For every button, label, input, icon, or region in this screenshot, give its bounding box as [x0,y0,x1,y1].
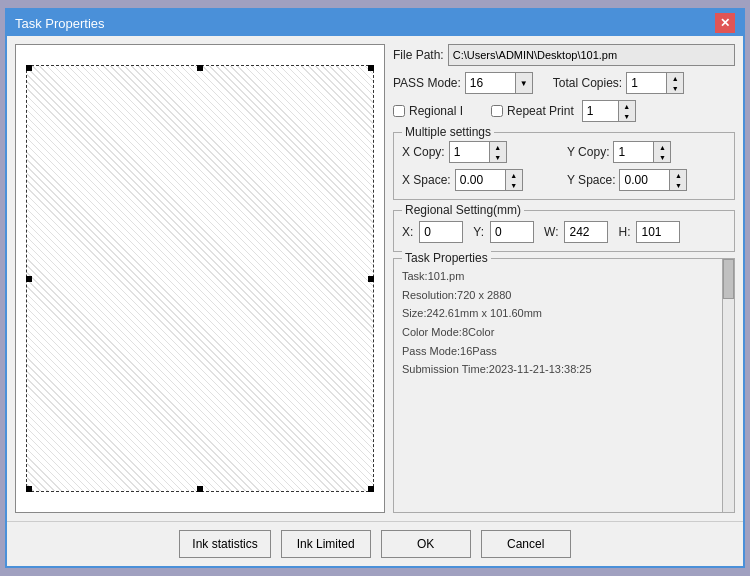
x-space-spinner[interactable]: ▲ ▼ [455,169,523,191]
handle-bottom-right[interactable] [368,486,374,492]
y-space-label: Y Space: [567,173,615,187]
hatch-overlay [26,65,374,492]
h-field-label: H: [618,225,630,239]
scrollbar[interactable] [722,259,734,512]
total-copies-up[interactable]: ▲ [667,73,683,83]
file-path-label: File Path: [393,48,444,62]
regional-label: Regional I [409,104,463,118]
handle-bottom-mid[interactable] [197,486,203,492]
task-resolution: Resolution:720 x 2880 [402,286,726,305]
right-panel: File Path: PASS Mode: ▼ Total Copies: ▲ … [393,44,735,513]
w-field-input[interactable] [564,221,608,243]
repeat-print-spin-buttons: ▲ ▼ [618,100,636,122]
y-space-spin-buttons: ▲ ▼ [669,169,687,191]
x-copy-up[interactable]: ▲ [490,142,506,152]
repeat-print-down[interactable]: ▼ [619,111,635,121]
task-properties-group-label: Task Properties [402,251,491,265]
y-space-up[interactable]: ▲ [670,170,686,180]
x-space-up[interactable]: ▲ [506,170,522,180]
x-copy-row: X Copy: ▲ ▼ [402,141,561,163]
dialog-body: File Path: PASS Mode: ▼ Total Copies: ▲ … [7,36,743,521]
regional-row: Regional I Repeat Print ▲ ▼ [393,100,735,122]
ok-button[interactable]: OK [381,530,471,558]
task-info: Task:101.pm Resolution:720 x 2880 Size:2… [402,267,726,379]
repeat-print-row: Repeat Print ▲ ▼ [491,100,636,122]
task-submission-time: Submission Time:2023-11-21-13:38:25 [402,360,726,379]
regional-setting-label: Regional Setting(mm) [402,203,524,217]
y-copy-down[interactable]: ▼ [654,152,670,162]
handle-mid-left[interactable] [26,276,32,282]
handle-top-left[interactable] [26,65,32,71]
y-copy-row: Y Copy: ▲ ▼ [567,141,726,163]
x-space-down[interactable]: ▼ [506,180,522,190]
task-size: Size:242.61mm x 101.60mm [402,304,726,323]
task-pass-mode: Pass Mode:16Pass [402,342,726,361]
pass-mode-dropdown-arrow[interactable]: ▼ [515,72,533,94]
task-properties-group: Task Properties Task:101.pm Resolution:7… [393,258,735,513]
file-path-row: File Path: [393,44,735,66]
pass-mode-label: PASS Mode: [393,76,461,90]
repeat-print-up[interactable]: ▲ [619,101,635,111]
x-space-label: X Space: [402,173,451,187]
handle-top-mid[interactable] [197,65,203,71]
total-copies-down[interactable]: ▼ [667,83,683,93]
total-copies-spinner[interactable]: ▲ ▼ [626,72,684,94]
ink-statistics-button[interactable]: Ink statistics [179,530,270,558]
y-copy-spin-buttons: ▲ ▼ [653,141,671,163]
handle-mid-right[interactable] [368,276,374,282]
pass-mode-combo[interactable]: ▼ [465,72,533,94]
multiple-settings-group: Multiple settings X Copy: ▲ ▼ [393,132,735,200]
pass-mode-row: PASS Mode: ▼ Total Copies: ▲ ▼ [393,72,735,94]
x-copy-spin-buttons: ▲ ▼ [489,141,507,163]
x-copy-spinner[interactable]: ▲ ▼ [449,141,507,163]
regional-checkbox[interactable] [393,105,405,117]
preview-panel [15,44,385,513]
regional-checkbox-row: Regional I [393,104,463,118]
multiple-settings-label: Multiple settings [402,125,494,139]
title-bar: Task Properties ✕ [7,10,743,36]
cancel-button[interactable]: Cancel [481,530,571,558]
dialog-footer: Ink statistics Ink Limited OK Cancel [7,521,743,566]
y-field-input[interactable] [490,221,534,243]
total-copies-spin-buttons: ▲ ▼ [666,72,684,94]
repeat-print-input[interactable] [582,100,618,122]
total-copies-label: Total Copies: [553,76,622,90]
x-space-input[interactable] [455,169,505,191]
multiple-settings-grid: X Copy: ▲ ▼ Y Copy: [402,141,726,191]
y-space-row: Y Space: ▲ ▼ [567,169,726,191]
scrollbar-thumb[interactable] [723,259,734,299]
x-space-row: X Space: ▲ ▼ [402,169,561,191]
x-copy-label: X Copy: [402,145,445,159]
pass-mode-input[interactable] [465,72,515,94]
hatch-pattern [27,66,373,491]
y-space-spinner[interactable]: ▲ ▼ [619,169,687,191]
y-copy-up[interactable]: ▲ [654,142,670,152]
handle-bottom-left[interactable] [26,486,32,492]
y-field-label: Y: [473,225,484,239]
repeat-print-spinner[interactable]: ▲ ▼ [582,100,636,122]
repeat-print-checkbox[interactable] [491,105,503,117]
x-copy-down[interactable]: ▼ [490,152,506,162]
x-copy-input[interactable] [449,141,489,163]
task-name: Task:101.pm [402,267,726,286]
y-copy-input[interactable] [613,141,653,163]
x-field-input[interactable] [419,221,463,243]
close-button[interactable]: ✕ [715,13,735,33]
h-field-input[interactable] [636,221,680,243]
preview-image [16,45,384,512]
dialog-title: Task Properties [15,16,105,31]
x-field-label: X: [402,225,413,239]
y-space-input[interactable] [619,169,669,191]
handle-top-right[interactable] [368,65,374,71]
y-copy-spinner[interactable]: ▲ ▼ [613,141,671,163]
w-field-label: W: [544,225,558,239]
repeat-print-label: Repeat Print [507,104,574,118]
file-path-input[interactable] [448,44,735,66]
regional-fields-row: X: Y: W: H: [402,221,726,243]
ink-limited-button[interactable]: Ink Limited [281,530,371,558]
y-space-down[interactable]: ▼ [670,180,686,190]
y-copy-label: Y Copy: [567,145,609,159]
total-copies-input[interactable] [626,72,666,94]
regional-setting-group: Regional Setting(mm) X: Y: W: H: [393,210,735,252]
x-space-spin-buttons: ▲ ▼ [505,169,523,191]
